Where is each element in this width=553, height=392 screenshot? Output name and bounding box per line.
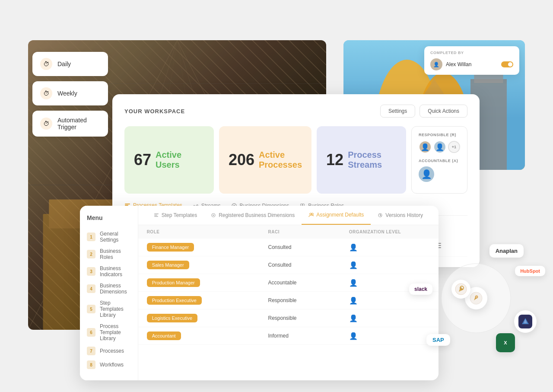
- menu-item-3[interactable]: 3 Business Indicators: [87, 263, 131, 280]
- detail-header-org: ORGANIZATION LEVEL: [349, 229, 430, 234]
- settings-button[interactable]: Settings: [380, 105, 415, 118]
- user-status-toggle[interactable]: [501, 61, 513, 67]
- business-dims-label: Registered Business Dimensions: [219, 212, 295, 218]
- detail-tab-versions[interactable]: Versions History: [371, 206, 430, 225]
- svg-point-34: [311, 213, 313, 215]
- stat-card-users: 67 Active Users: [124, 126, 214, 194]
- raci-value-3: Responsible: [268, 297, 349, 303]
- processes-number: 206: [229, 151, 254, 169]
- completed-panel: COMPLETED BY 👤 Alex Willan: [424, 46, 519, 75]
- daily-label: Daily: [57, 61, 71, 67]
- raci-value-0: Consulted: [268, 244, 349, 250]
- role-badge-2: Production Manager: [147, 278, 200, 287]
- raci-value-2: Accountable: [268, 280, 349, 286]
- detail-header-raci: RACI: [268, 229, 349, 234]
- menu-label-5: Step Templates Library: [100, 300, 131, 318]
- integration-slack[interactable]: slack: [409, 284, 432, 295]
- integration-tool[interactable]: [451, 280, 470, 299]
- role-badge-4: Logistics Executive: [147, 314, 198, 322]
- menu-num-6: 6: [87, 328, 95, 337]
- accountable-title: ACCOUNTABLE (A): [419, 159, 460, 163]
- accountable-avatars: 👤: [419, 166, 460, 182]
- raci-value-1: Consulted: [268, 262, 349, 268]
- svg-rect-30: [154, 216, 158, 217]
- org-icon-5: 👤: [349, 332, 430, 340]
- sap-label: SAP: [432, 337, 444, 343]
- versions-icon: [378, 213, 383, 218]
- users-number: 67: [134, 151, 151, 169]
- schedule-item-daily[interactable]: ⏱ Daily: [32, 52, 108, 76]
- detail-tab-assignment[interactable]: Assignment Defaults: [302, 206, 371, 225]
- center-tool-icon: [470, 292, 483, 305]
- menu-num-8: 8: [87, 360, 95, 369]
- schedule-panel: ⏱ Daily ⏱ Weekly ⏱ Automated Trigger: [32, 52, 108, 137]
- schedule-item-weekly[interactable]: ⏱ Weekly: [32, 81, 108, 105]
- menu-label-1: General Settings: [100, 231, 131, 243]
- responsible-title: RESPONSIBLE (R): [419, 133, 460, 137]
- quick-actions-button[interactable]: Quick Actions: [420, 105, 467, 118]
- menu-num-4: 4: [87, 284, 95, 293]
- step-templates-label: Step Templates: [162, 212, 197, 218]
- menu-panel: Menu 1 General Settings 2 Business Roles…: [80, 206, 138, 380]
- workspace-actions: Settings Quick Actions: [380, 105, 467, 118]
- accountable-avatar: 👤: [419, 166, 434, 182]
- integration-excel[interactable]: X: [496, 333, 515, 352]
- menu-title: Menu: [87, 214, 131, 221]
- automated-icon: ⏱: [40, 118, 52, 130]
- users-label: Active Users: [156, 150, 204, 170]
- avatar-1: 👤: [419, 140, 432, 153]
- integration-asana[interactable]: [514, 310, 537, 333]
- slack-label: slack: [414, 286, 427, 292]
- menu-item-6[interactable]: 6 Process Template Library: [87, 321, 131, 344]
- raci-box: RESPONSIBLE (R) 👤 👤 +1 ACCOUNTABLE (A) 👤: [411, 126, 467, 194]
- svg-rect-28: [154, 214, 159, 214]
- integrations-panel: Anaplan HubSpot X SAP slack: [420, 242, 532, 354]
- menu-label-4: Business Dimensions: [100, 283, 131, 295]
- org-icon-0: 👤: [349, 243, 430, 252]
- menu-num-3: 3: [87, 267, 95, 276]
- menu-item-7[interactable]: 7 Processes: [87, 344, 131, 358]
- menu-item-1[interactable]: 1 General Settings: [87, 228, 131, 245]
- detail-main: Menu 1 General Settings 2 Business Roles…: [80, 206, 439, 380]
- integrations-circle: Anaplan HubSpot X SAP slack: [420, 242, 532, 354]
- detail-tab-step-templates[interactable]: Step Templates: [147, 206, 204, 225]
- schedule-item-automated[interactable]: ⏱ Automated Trigger: [32, 111, 108, 137]
- menu-num-5: 5: [87, 305, 95, 313]
- menu-label-7: Processes: [100, 348, 124, 354]
- svg-point-32: [213, 215, 214, 216]
- menu-item-2[interactable]: 2 Business Roles: [87, 245, 131, 263]
- avatar-count: +1: [448, 141, 460, 153]
- role-badge-0: Finance Manager: [147, 243, 194, 252]
- detail-tab-business-dims[interactable]: Registered Business Dimensions: [204, 206, 302, 225]
- integration-anaplan[interactable]: Anaplan: [489, 244, 524, 258]
- detail-row-3: Production Executive Responsible 👤: [138, 292, 439, 309]
- org-icon-3: 👤: [349, 296, 430, 305]
- completed-user: 👤 Alex Willan: [430, 58, 513, 70]
- menu-label-8: Workflows: [100, 362, 124, 368]
- org-icon-1: 👤: [349, 261, 430, 269]
- streams-label: Process Streams: [348, 150, 397, 170]
- workspace-title: YOUR WORKSPACE: [124, 108, 185, 115]
- automated-label: Automated Trigger: [57, 117, 100, 131]
- assignment-icon: [308, 212, 314, 217]
- svg-rect-29: [154, 215, 157, 216]
- detail-header-role: ROLE: [147, 229, 268, 234]
- svg-rect-21: [125, 204, 130, 204]
- integration-hubspot[interactable]: HubSpot: [515, 266, 545, 276]
- raci-value-5: Informed: [268, 333, 349, 339]
- menu-item-5[interactable]: 5 Step Templates Library: [87, 297, 131, 321]
- integration-sap[interactable]: SAP: [426, 334, 450, 346]
- menu-num-2: 2: [87, 250, 95, 258]
- menu-item-4[interactable]: 4 Business Dimensions: [87, 280, 131, 297]
- detail-content: ROLE RACI ORGANIZATION LEVEL Finance Man…: [138, 225, 439, 345]
- menu-label-6: Process Template Library: [100, 323, 131, 341]
- menu-item-8[interactable]: 8 Workflows: [87, 358, 131, 372]
- workspace-header: YOUR WORKSPACE Settings Quick Actions: [124, 105, 467, 118]
- user-avatar: 👤: [430, 58, 442, 70]
- stats-row: 67 Active Users 206 Active Processes 12 …: [124, 126, 467, 194]
- detail-row-4: Logistics Executive Responsible 👤: [138, 309, 439, 327]
- asana-icon: [518, 315, 532, 328]
- business-dims-icon: [211, 213, 216, 218]
- role-badge-1: Sales Manager: [147, 261, 189, 269]
- menu-num-7: 7: [87, 347, 95, 355]
